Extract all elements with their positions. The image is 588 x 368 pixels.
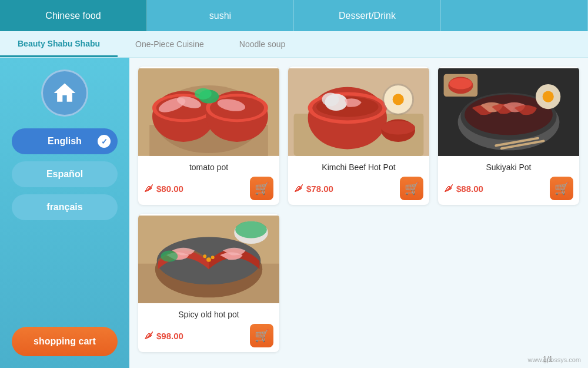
food-card-sukiyaki[interactable]: Sukiyaki Pot 🌶 $88.00 🛒 (438, 67, 579, 205)
food-image-tomato-pot (138, 67, 279, 158)
food-card-body: tomato pot 🌶 $80.00 🛒 (138, 158, 279, 205)
food-image-kimchi-beef (288, 67, 429, 158)
language-english-button[interactable]: English (12, 128, 118, 154)
svg-point-26 (381, 121, 415, 134)
home-button[interactable] (41, 69, 88, 117)
svg-point-48 (235, 221, 267, 238)
chili-icon: 🌶 (144, 330, 153, 341)
nav-item-extra[interactable] (441, 0, 588, 31)
svg-point-46 (211, 256, 215, 259)
food-price-row: 🌶 $98.00 🛒 (144, 324, 273, 347)
food-card-tomato-pot[interactable]: tomato pot 🌶 $80.00 🛒 (138, 67, 279, 205)
nav-item-dessert-drink[interactable]: Dessert/Drink (294, 0, 441, 31)
food-card-spicy-hotpot[interactable]: Spicy old hot pot 🌶 $98.00 🛒 (138, 214, 279, 352)
food-price-row: 🌶 $80.00 🛒 (144, 177, 273, 200)
svg-point-43 (161, 251, 178, 262)
food-price-row: 🌶 $78.00 🛒 (294, 177, 423, 200)
food-name: tomato pot (144, 163, 273, 172)
subnav-beauty-shabu[interactable]: Beauty Shabu Shabu (0, 31, 118, 57)
add-to-cart-button[interactable]: 🛒 (400, 177, 423, 200)
svg-point-45 (203, 254, 206, 258)
food-price-row: 🌶 $88.00 🛒 (444, 177, 573, 200)
subnav-one-piece[interactable]: One-Piece Cuisine (118, 31, 222, 57)
food-card-body: Spicy old hot pot 🌶 $98.00 🛒 (138, 305, 279, 352)
food-card-body: Sukiyaki Pot 🌶 $88.00 🛒 (438, 158, 579, 205)
language-espanol-button[interactable]: Español (12, 161, 118, 187)
shopping-cart-button[interactable]: shopping cart (12, 327, 118, 356)
add-to-cart-button[interactable]: 🛒 (250, 177, 273, 200)
food-card-body: Kimchi Beef Hot Pot 🌶 $78.00 🛒 (288, 158, 429, 205)
check-icon (98, 135, 111, 148)
svg-point-36 (449, 78, 472, 89)
nav-item-sushi[interactable]: sushi (147, 0, 294, 31)
svg-point-24 (393, 94, 404, 105)
sub-navigation: Beauty Shabu Shabu One-Piece Cuisine Noo… (0, 31, 588, 58)
subnav-noodle-soup[interactable]: Noodle soup (222, 31, 303, 57)
top-navigation: Chinese food sushi Dessert/Drink (0, 0, 588, 31)
food-price: $88.00 (456, 184, 483, 194)
home-icon (52, 80, 78, 106)
chili-icon: 🌶 (144, 183, 153, 194)
food-price: $98.00 (156, 331, 183, 341)
food-price: $78.00 (306, 184, 333, 194)
food-name: Sukiyaki Pot (444, 163, 573, 172)
add-to-cart-button[interactable]: 🛒 (250, 324, 273, 347)
main-layout: English Español français shopping cart (0, 58, 588, 368)
language-francais-button[interactable]: français (12, 194, 118, 220)
food-name: Kimchi Beef Hot Pot (294, 163, 423, 172)
svg-point-21 (322, 92, 339, 106)
food-image-spicy-hotpot (138, 214, 279, 305)
add-to-cart-button[interactable]: 🛒 (550, 177, 573, 200)
svg-point-13 (195, 88, 212, 100)
food-grid: tomato pot 🌶 $80.00 🛒 (129, 58, 588, 368)
page-indicator: 1/1 (543, 355, 553, 363)
food-image-sukiyaki (438, 67, 579, 158)
food-price: $80.00 (156, 184, 183, 194)
nav-item-chinese-food[interactable]: Chinese food (0, 0, 147, 31)
watermark: www.gpossys.com (528, 356, 581, 363)
food-name: Spicy old hot pot (144, 310, 273, 319)
svg-point-33 (543, 91, 554, 102)
sidebar: English Español français shopping cart (0, 58, 129, 368)
chili-icon: 🌶 (444, 183, 453, 194)
food-card-kimchi-beef[interactable]: Kimchi Beef Hot Pot 🌶 $78.00 🛒 (288, 67, 429, 205)
chili-icon: 🌶 (294, 183, 303, 194)
svg-point-44 (206, 257, 211, 262)
